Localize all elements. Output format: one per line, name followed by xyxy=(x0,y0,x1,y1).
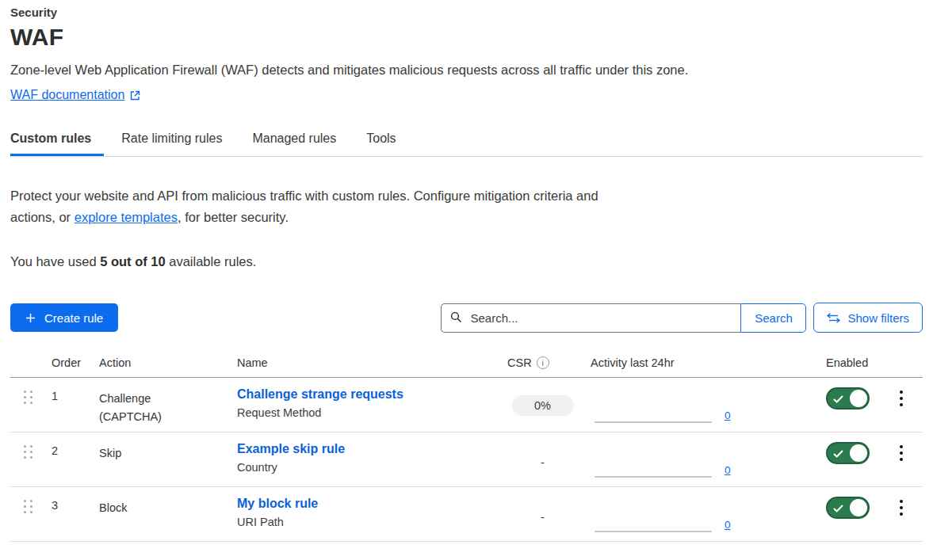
intro-after: , for better security. xyxy=(178,210,289,224)
search-group: Search xyxy=(441,303,806,333)
show-filters-label: Show filters xyxy=(847,311,909,325)
enabled-toggle[interactable] xyxy=(826,497,870,519)
rule-field: URI Path xyxy=(237,516,501,528)
csr-cell: 0% xyxy=(501,378,584,432)
kebab-cell xyxy=(880,432,923,486)
usage-text: You have used 5 out of 10 available rule… xyxy=(10,254,923,269)
enabled-toggle[interactable] xyxy=(826,442,870,464)
kebab-cell xyxy=(880,378,923,432)
rule-name-cell: Challenge strange requests Request Metho… xyxy=(231,387,501,432)
create-rule-button[interactable]: Create rule xyxy=(10,303,118,332)
usage-after: available rules. xyxy=(166,254,257,269)
drag-cell xyxy=(10,378,45,432)
header-csr-label: CSR xyxy=(507,356,532,369)
enabled-cell xyxy=(818,432,880,486)
show-filters-button[interactable]: Show filters xyxy=(813,303,923,333)
page-description: Zone-level Web Application Firewall (WAF… xyxy=(10,63,923,78)
check-icon xyxy=(833,395,843,403)
activity-count-link[interactable]: 0 xyxy=(725,410,731,421)
toolbar: Create rule Search Show filters xyxy=(10,303,923,333)
toggle-knob xyxy=(850,444,867,462)
rule-name-link[interactable]: My block rule xyxy=(237,497,318,511)
waf-documentation-link-label: WAF documentation xyxy=(10,88,124,102)
usage-before: You have used xyxy=(10,254,100,269)
activity-count-link[interactable]: 0 xyxy=(725,519,731,531)
header-order: Order xyxy=(45,356,93,369)
enabled-cell xyxy=(818,378,880,432)
table-row: 2 Skip Example skip rule Country - 0 xyxy=(10,432,923,487)
kebab-menu-icon[interactable] xyxy=(895,498,908,541)
search-button[interactable]: Search xyxy=(740,303,806,333)
activity-cell: 0 xyxy=(584,378,818,423)
check-icon xyxy=(833,505,843,512)
search-icon xyxy=(450,311,462,323)
tab-managed-rules[interactable]: Managed rules xyxy=(252,124,349,156)
kebab-menu-icon[interactable] xyxy=(895,444,908,486)
check-icon xyxy=(833,450,843,458)
table-header-row: Order Action Name CSR Activity last 24hr… xyxy=(10,352,923,378)
csr-value: - xyxy=(541,456,545,486)
toggle-knob xyxy=(850,390,867,407)
rule-field: Request Method xyxy=(237,406,501,419)
external-link-icon xyxy=(130,90,140,101)
waf-page: Security WAF Zone-level Web Application … xyxy=(0,6,933,542)
tab-rate-limiting-rules[interactable]: Rate limiting rules xyxy=(121,124,235,156)
kebab-menu-icon[interactable] xyxy=(895,389,908,432)
csr-value-badge: 0% xyxy=(512,395,574,416)
rule-name-link[interactable]: Challenge strange requests xyxy=(237,387,403,402)
table-row: 1 Challenge (CAPTCHA) Challenge strange … xyxy=(10,378,923,432)
create-rule-label: Create rule xyxy=(44,311,103,325)
table-row: 3 Block My block rule URI Path - 0 xyxy=(10,487,923,542)
header-menu-spacer xyxy=(880,356,923,369)
info-icon[interactable] xyxy=(537,356,549,369)
search-input[interactable] xyxy=(441,303,740,333)
plus-icon xyxy=(25,313,36,323)
rule-order: 1 xyxy=(45,390,93,432)
page-title: WAF xyxy=(10,24,923,51)
activity-sparkline xyxy=(595,421,712,423)
waf-documentation-link[interactable]: WAF documentation xyxy=(10,88,140,102)
swap-arrows-icon xyxy=(827,313,840,323)
activity-sparkline xyxy=(595,531,712,532)
rule-field: Country xyxy=(237,461,501,474)
rule-action: Skip xyxy=(93,444,231,486)
tab-tools[interactable]: Tools xyxy=(366,124,408,156)
breadcrumb: Security xyxy=(10,6,923,19)
rule-action: Challenge (CAPTCHA) xyxy=(93,390,231,432)
usage-count: 5 out of 10 xyxy=(100,254,166,269)
activity-cell: 0 xyxy=(584,487,818,532)
enabled-cell xyxy=(818,487,880,541)
rule-order: 2 xyxy=(45,444,93,486)
csr-cell: - xyxy=(501,432,584,486)
csr-cell: - xyxy=(501,487,584,541)
rule-name-link[interactable]: Example skip rule xyxy=(237,442,345,456)
activity-cell: 0 xyxy=(584,432,818,478)
toolbar-right: Search Show filters xyxy=(441,303,923,333)
rule-name-cell: My block rule URI Path xyxy=(231,497,501,541)
header-action: Action xyxy=(93,356,231,369)
activity-count-link[interactable]: 0 xyxy=(725,464,731,476)
tab-custom-rules[interactable]: Custom rules xyxy=(10,124,104,156)
drag-handle[interactable] xyxy=(24,445,33,459)
explore-templates-link[interactable]: explore templates xyxy=(75,210,178,224)
drag-handle[interactable] xyxy=(24,390,33,404)
rules-table: Order Action Name CSR Activity last 24hr… xyxy=(10,352,923,542)
tab-bar: Custom rules Rate limiting rules Managed… xyxy=(10,124,923,157)
rule-name-cell: Example skip rule Country xyxy=(231,442,501,486)
header-csr: CSR xyxy=(501,356,584,369)
intro-text: Protect your website and API from malici… xyxy=(10,185,601,228)
csr-value: - xyxy=(541,511,545,541)
rule-action: Block xyxy=(93,499,231,541)
kebab-cell xyxy=(880,487,923,541)
header-enabled: Enabled xyxy=(818,356,880,369)
header-drag-spacer xyxy=(10,356,45,369)
drag-cell xyxy=(10,432,45,486)
header-name: Name xyxy=(231,356,501,369)
activity-sparkline xyxy=(595,476,712,478)
drag-cell xyxy=(10,487,45,541)
drag-handle[interactable] xyxy=(24,500,33,513)
rule-order: 3 xyxy=(45,499,93,541)
toggle-knob xyxy=(850,499,867,516)
enabled-toggle[interactable] xyxy=(826,387,870,410)
header-activity: Activity last 24hr xyxy=(584,356,818,369)
